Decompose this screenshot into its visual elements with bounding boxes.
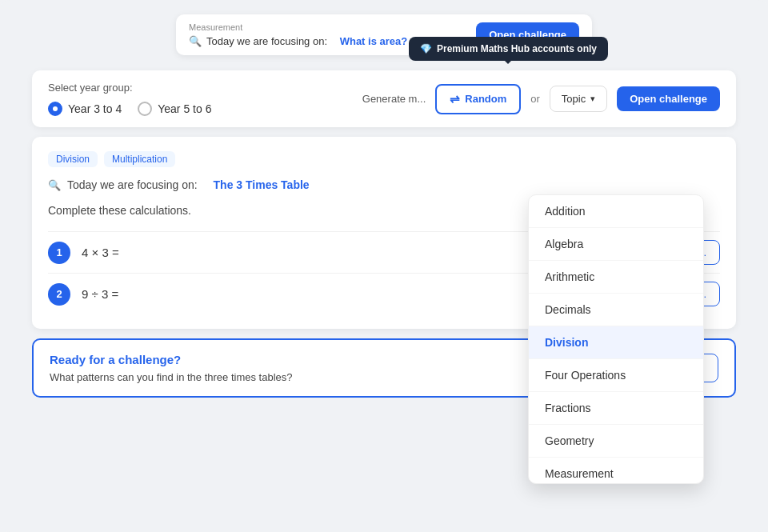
challenge-box-left: Ready for a challenge? What patterns can… <box>50 353 293 383</box>
focus-line: 🔍 Today we are focusing on: The 3 Times … <box>48 178 720 191</box>
focus-prefix: Today we are focusing on: <box>67 178 198 191</box>
question-text-2: 9 ÷ 3 = <box>82 287 118 301</box>
top-card-highlight: What is area? <box>340 35 408 47</box>
dropdown-item-geometry[interactable]: Geometry <box>529 425 703 458</box>
dropdown-item-division[interactable]: Division <box>529 326 703 359</box>
dropdown-item-algebra[interactable]: Algebra <box>529 228 703 261</box>
tag-multiplication: Multiplication <box>104 151 175 167</box>
challenge-description: What patterns can you find in the three … <box>50 371 293 383</box>
radio-circle-year3to4 <box>48 102 62 116</box>
top-card-search-text: 🔍 Today we are focusing on: What is area… <box>189 35 407 47</box>
topic-btn-label: Topic <box>562 93 586 105</box>
generate-label: Generate m... <box>362 93 426 105</box>
radio-year5to6[interactable]: Year 5 to 6 <box>138 102 211 116</box>
or-text: or <box>530 93 540 105</box>
year-group-label: Select year group: <box>48 82 211 94</box>
dropdown-item-addition[interactable]: Addition <box>529 195 703 228</box>
main-area: Select year group: Year 3 to 4 Year 5 to… <box>32 70 736 516</box>
premium-tooltip-text: Premium Maths Hub accounts only <box>437 43 597 54</box>
shuffle-icon: ⇌ <box>450 92 460 106</box>
question-left-2: 2 9 ÷ 3 = <box>48 283 118 306</box>
topic-dropdown-button[interactable]: Topic ▾ <box>550 86 607 112</box>
challenge-title: Ready for a challenge? <box>50 353 293 366</box>
search-magnifier-icon: 🔍 <box>189 35 202 47</box>
radio-year3to4[interactable]: Year 3 to 4 <box>48 102 122 116</box>
question-number-1: 1 <box>48 242 70 264</box>
focus-search-icon: 🔍 <box>48 179 61 191</box>
dropdown-scroll-area[interactable]: Addition Algebra Arithmetic Decimals Div… <box>529 195 703 483</box>
question-text-1: 4 × 3 = <box>82 246 119 259</box>
chevron-down-icon: ▾ <box>590 94 595 104</box>
dropdown-item-measurement[interactable]: Measurement <box>529 458 703 483</box>
top-card-topic-label: Measurement <box>189 22 407 32</box>
dropdown-item-decimals[interactable]: Decimals <box>529 294 703 326</box>
random-btn-label: Random <box>465 93 506 105</box>
dropdown-item-four-operations[interactable]: Four Operations <box>529 359 703 392</box>
year-group-card: Select year group: Year 3 to 4 Year 5 to… <box>32 70 736 127</box>
year-group-right: Generate m... ⇌ Random or Topic ▾ Open c… <box>362 84 720 114</box>
radio-group: Year 3 to 4 Year 5 to 6 <box>48 102 211 116</box>
dropdown-item-arithmetic[interactable]: Arithmetic <box>529 261 703 294</box>
top-card-focus-text: Today we are focusing on: <box>206 35 327 47</box>
focus-topic: The 3 Times Table <box>214 178 310 191</box>
radio-label-year5to6: Year 5 to 6 <box>158 102 211 115</box>
question-number-2: 2 <box>48 283 70 306</box>
premium-tooltip: 💎 Premium Maths Hub accounts only <box>409 37 608 61</box>
tags-container: Division Multiplication <box>48 151 720 167</box>
radio-circle-year5to6 <box>138 102 152 116</box>
dropdown-item-fractions[interactable]: Fractions <box>529 392 703 425</box>
tag-division: Division <box>48 151 98 167</box>
gem-icon: 💎 <box>420 43 432 54</box>
question-left-1: 1 4 × 3 = <box>48 242 119 264</box>
top-card-content: Measurement 🔍 Today we are focusing on: … <box>189 22 407 47</box>
year-group-left: Select year group: Year 3 to 4 Year 5 to… <box>48 82 211 116</box>
random-button[interactable]: ⇌ Random <box>435 84 521 114</box>
year-group-open-challenge-button[interactable]: Open challenge <box>617 86 720 111</box>
topic-dropdown-menu: Addition Algebra Arithmetic Decimals Div… <box>528 194 704 484</box>
radio-label-year3to4: Year 3 to 4 <box>68 102 122 115</box>
